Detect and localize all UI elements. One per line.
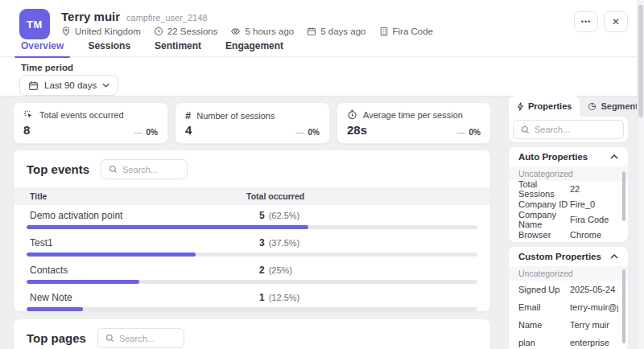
property-row: Name Terry muir — [509, 316, 628, 334]
progress-bar-track — [27, 307, 477, 311]
meta-sessions-label: 22 Sessions — [167, 27, 218, 36]
stat-title: Average time per session — [363, 110, 463, 120]
property-key: Browser — [518, 230, 570, 240]
property-key: Company Name — [518, 210, 570, 229]
user-meta-row: United Kingdom 22 Sessions 5 hours ago 5… — [61, 27, 433, 36]
property-key: Company ID — [518, 199, 570, 209]
event-row: Demo activation point 5 (62.5%) — [14, 205, 490, 232]
property-key: Total Sessions — [518, 179, 570, 199]
trend-percent: 0% — [469, 128, 481, 137]
meta-location: United Kingdom — [61, 27, 141, 36]
tab-properties-label: Properties — [528, 101, 572, 111]
top-events-search-input[interactable] — [122, 165, 180, 174]
header-actions: ••• ✕ — [574, 11, 628, 32]
panel-scrollbar[interactable] — [622, 269, 625, 343]
property-row: Total Sessions 22 — [509, 181, 628, 196]
property-value: Chrome — [570, 230, 601, 240]
event-name: New Note — [27, 292, 259, 303]
close-button[interactable]: ✕ — [604, 11, 628, 32]
property-value: 2025-05-24 - 04:... — [570, 285, 618, 294]
property-row: Company Name Fira Code — [509, 211, 628, 227]
progress-bar-track — [27, 225, 477, 229]
trend-percent: 0% — [147, 128, 158, 137]
location-icon — [61, 27, 71, 36]
auto-properties-header[interactable]: Auto Properties — [509, 147, 628, 166]
section-title: Auto Properties — [518, 152, 588, 162]
event-name: Test1 — [27, 237, 259, 248]
stat-card-avg-time: Average time per session 28s — 0% — [336, 102, 491, 144]
avatar: TM — [19, 9, 50, 39]
property-row: Browser Chrome — [509, 227, 628, 242]
meta-last-seen-label: 5 hours ago — [245, 27, 294, 36]
tab-sentiment[interactable]: Sentiment — [155, 40, 201, 56]
progress-bar-fill — [27, 225, 308, 229]
tab-properties[interactable]: Properties — [509, 96, 580, 117]
sidebar-search-panel — [509, 117, 628, 142]
event-count: 5 — [259, 210, 265, 221]
event-percent: (12.5%) — [269, 293, 300, 302]
panel-scrollbar[interactable] — [622, 171, 625, 221]
stopwatch-icon — [347, 109, 357, 120]
calendar-icon — [28, 80, 39, 91]
trend-percent: 0% — [308, 128, 320, 137]
user-header: Terry muir campfire_user_2148 — [61, 10, 207, 23]
property-value: Fira Code — [570, 215, 609, 224]
property-row: Signed Up 2025-05-24 - 04:... — [509, 281, 628, 298]
event-row: Contacts 2 (25%) — [14, 260, 490, 287]
top-pages-title: Top pages — [27, 331, 86, 345]
cursor-click-icon — [23, 109, 34, 120]
custom-properties-header[interactable]: Custom Properties — [509, 247, 628, 266]
top-pages-search-input[interactable] — [119, 334, 177, 343]
event-row: Test1 3 (37.5%) — [14, 232, 490, 260]
top-events-title: Top events — [27, 162, 89, 176]
meta-last-seen: 5 hours ago — [230, 27, 294, 36]
company-icon — [379, 27, 389, 36]
search-icon — [521, 125, 530, 134]
stat-trend: — 0% — [457, 128, 481, 137]
event-name: Contacts — [27, 265, 259, 276]
more-options-button[interactable]: ••• — [574, 11, 598, 32]
event-count: 3 — [259, 237, 265, 248]
bolt-icon — [517, 102, 524, 111]
stat-trend: — 0% — [134, 128, 158, 137]
stat-title: Number of sessions — [196, 111, 275, 121]
event-count: 1 — [259, 292, 265, 303]
top-events-search — [101, 159, 188, 179]
chevron-down-icon — [102, 83, 109, 88]
top-pages-search — [97, 328, 184, 348]
column-total-occurred: Total occurred — [246, 191, 304, 201]
tab-segments[interactable]: Segments — [580, 96, 644, 117]
top-pages-card: Top pages — [13, 318, 491, 349]
eye-icon — [230, 27, 241, 36]
property-key: Email — [518, 302, 570, 312]
property-row: Email terry-muir@pm.... — [509, 298, 628, 316]
time-period-value: Last 90 days — [44, 80, 97, 90]
trend-dash: — — [134, 128, 142, 137]
meta-location-label: United Kingdom — [75, 27, 141, 36]
time-period-dropdown[interactable]: Last 90 days — [19, 75, 118, 96]
property-value: 22 — [570, 184, 580, 194]
property-key: plan — [518, 338, 570, 347]
auto-properties-section: Auto Properties Uncategorized Total Sess… — [509, 147, 628, 242]
event-row: New Note 1 (12.5%) — [14, 287, 490, 312]
trend-dash: — — [296, 128, 304, 137]
chevron-up-icon — [610, 154, 618, 159]
progress-bar-track — [27, 280, 477, 284]
meta-first-seen-label: 5 days ago — [320, 27, 365, 36]
page-scrollbar[interactable] — [637, 0, 644, 349]
property-value: terry-muir@pm.... — [570, 302, 618, 312]
progress-bar-track — [27, 253, 477, 257]
meta-company: Fira Code — [379, 27, 434, 36]
calendar-icon — [307, 27, 316, 36]
event-percent: (62.5%) — [269, 211, 300, 220]
meta-first-seen: 5 days ago — [307, 27, 365, 36]
tab-sessions[interactable]: Sessions — [88, 40, 130, 56]
property-value: Terry muir — [570, 320, 609, 330]
sidebar-tabs: Properties Segments — [502, 96, 636, 117]
stat-card-sessions: # Number of sessions 4 — 0% — [175, 102, 330, 144]
sidebar-search-input[interactable] — [535, 125, 592, 134]
page-scrollbar-thumb[interactable] — [638, 5, 643, 117]
tab-overview[interactable]: Overview — [21, 40, 64, 56]
tab-engagement[interactable]: Engagement — [225, 40, 283, 56]
time-period-label: Time period — [21, 63, 73, 72]
